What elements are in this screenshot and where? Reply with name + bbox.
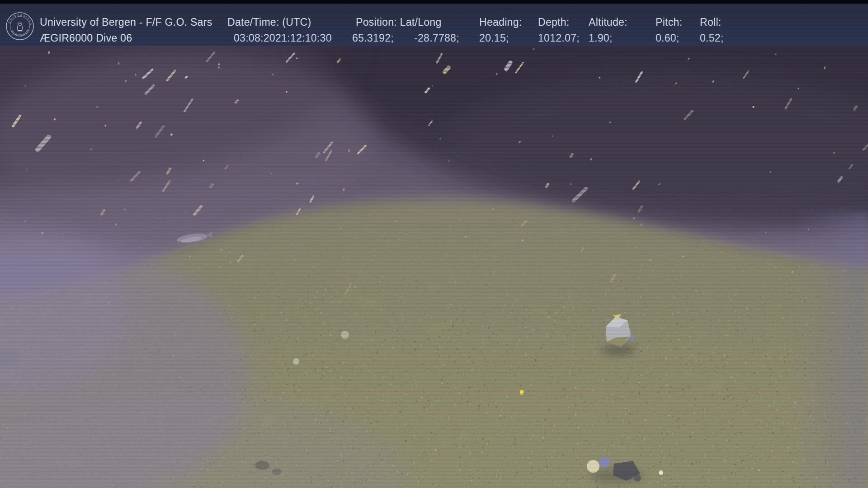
altitude-value: 1.90;	[589, 32, 613, 44]
dive-title: ÆGIR6000 Dive 06	[40, 32, 132, 44]
rov-video-frame: UNIVERSITAS BERGENSIS University of Berg…	[0, 0, 868, 488]
haze-right-band	[796, 212, 868, 488]
top-black-strip	[0, 0, 868, 4]
vessel-title: University of Bergen - F/F G.O. Sars	[40, 16, 212, 28]
roll-value: 0.52;	[700, 32, 724, 44]
seal-arc-bottom-text: BERGENSIS	[10, 28, 31, 38]
scene-canvas	[0, 0, 868, 488]
altitude-label: Altitude:	[589, 16, 627, 28]
latitude-value: 65.3192;	[352, 32, 394, 44]
telemetry-overlay-bar: UNIVERSITAS BERGENSIS University of Berg…	[0, 4, 868, 46]
yellow-speck	[520, 390, 524, 393]
yellow-speck-shadow	[520, 393, 523, 395]
pitch-value: 0.60;	[656, 32, 679, 44]
white-shell-fragment	[659, 470, 663, 475]
seal-owl-icon	[17, 22, 23, 32]
position-label: Position: Lat/Long	[356, 16, 442, 28]
depth-value: 1012.07;	[538, 32, 580, 44]
light-shell	[293, 358, 299, 365]
pitch-label: Pitch:	[656, 16, 682, 28]
seafloor-scene	[0, 0, 868, 488]
datetime-label: Date/Time: (UTC)	[227, 16, 311, 28]
svg-text:BERGENSIS: BERGENSIS	[10, 28, 31, 38]
depth-label: Depth:	[538, 16, 570, 28]
longitude-value: -28.7788;	[414, 32, 459, 44]
heading-value: 20.15;	[479, 32, 509, 44]
datetime-value: 03:08:2021:12:10:30	[234, 32, 332, 44]
light-pebble	[341, 331, 349, 339]
roll-label: Roll:	[700, 16, 722, 28]
heading-label: Heading:	[479, 16, 522, 28]
university-of-bergen-seal-icon: UNIVERSITAS BERGENSIS	[5, 12, 34, 41]
